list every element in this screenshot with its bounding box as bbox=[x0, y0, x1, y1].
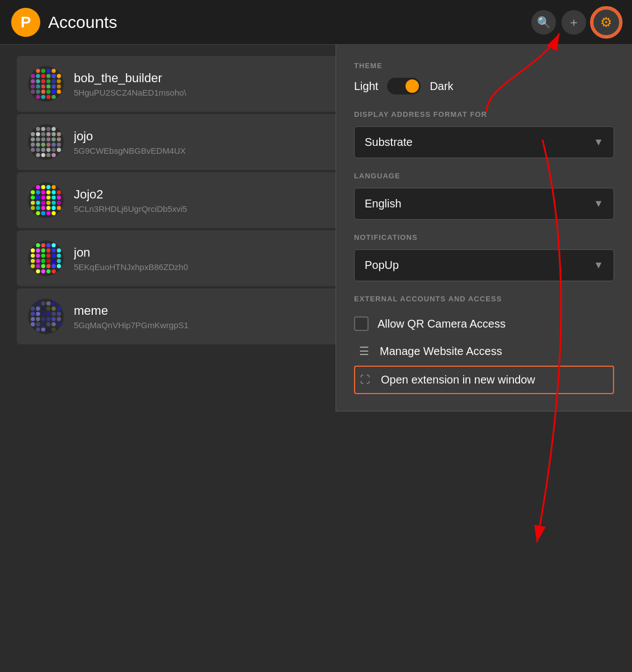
svg-point-162 bbox=[41, 328, 45, 332]
settings-button[interactable]: ⚙ bbox=[592, 8, 621, 37]
svg-point-144 bbox=[36, 312, 40, 316]
svg-point-86 bbox=[46, 201, 50, 205]
svg-point-89 bbox=[31, 206, 35, 210]
add-account-button[interactable]: ＋ bbox=[562, 10, 586, 35]
account-address-bob: 5HguPU2SCZ4NaED1msoho\ bbox=[74, 88, 186, 97]
svg-point-77 bbox=[31, 196, 35, 200]
account-address-meme: 5GqMaQnVHip7PGmKwrgpS1 bbox=[74, 320, 188, 330]
svg-point-22 bbox=[57, 84, 61, 88]
svg-point-20 bbox=[46, 84, 50, 88]
svg-point-9 bbox=[51, 74, 55, 78]
svg-point-13 bbox=[41, 79, 45, 83]
svg-point-53 bbox=[46, 143, 50, 146]
svg-point-156 bbox=[36, 322, 40, 326]
account-name-meme: meme bbox=[74, 304, 188, 318]
svg-point-106 bbox=[41, 248, 45, 252]
allow-qr-checkbox[interactable] bbox=[354, 316, 369, 331]
svg-point-27 bbox=[51, 89, 55, 93]
svg-point-18 bbox=[36, 84, 40, 88]
svg-point-37 bbox=[51, 127, 55, 131]
svg-point-16 bbox=[57, 79, 61, 83]
svg-point-57 bbox=[36, 148, 40, 152]
svg-point-128 bbox=[36, 269, 40, 273]
external-section-label: EXTERNAL ACCOUNTS AND ACCESS bbox=[354, 295, 614, 303]
header: P Accounts 🔍 ＋ ⚙ bbox=[0, 0, 632, 45]
svg-point-92 bbox=[46, 206, 50, 210]
svg-point-155 bbox=[31, 322, 35, 326]
svg-point-32 bbox=[51, 95, 55, 99]
svg-point-96 bbox=[41, 211, 45, 215]
svg-point-95 bbox=[36, 211, 40, 215]
display-address-dropdown[interactable]: Substrate ▼ bbox=[354, 126, 614, 158]
svg-point-159 bbox=[51, 322, 55, 326]
svg-point-1 bbox=[36, 69, 40, 73]
svg-point-152 bbox=[46, 317, 50, 321]
account-address-jojo: 5G9CWEbsgNBGBvEDM4UX bbox=[74, 146, 186, 155]
svg-point-141 bbox=[51, 306, 55, 310]
svg-point-149 bbox=[31, 317, 35, 321]
header-left: P Accounts bbox=[11, 8, 117, 37]
svg-point-59 bbox=[46, 148, 50, 152]
svg-point-62 bbox=[36, 153, 40, 157]
svg-point-23 bbox=[31, 89, 35, 93]
svg-point-65 bbox=[51, 153, 55, 157]
language-dropdown[interactable]: English ▼ bbox=[354, 188, 614, 220]
svg-point-19 bbox=[41, 84, 45, 88]
svg-point-112 bbox=[41, 254, 45, 258]
account-avatar-jon bbox=[28, 240, 64, 276]
svg-point-104 bbox=[31, 248, 35, 252]
svg-point-125 bbox=[46, 264, 50, 268]
svg-point-44 bbox=[31, 138, 35, 141]
svg-point-45 bbox=[36, 138, 40, 141]
svg-point-80 bbox=[46, 196, 50, 200]
manage-website-item[interactable]: ☰ Manage Website Access bbox=[354, 337, 614, 366]
svg-point-17 bbox=[31, 84, 35, 88]
svg-point-24 bbox=[36, 89, 40, 93]
svg-point-101 bbox=[41, 243, 45, 247]
allow-qr-label: Allow QR Camera Access bbox=[378, 318, 506, 330]
svg-point-29 bbox=[36, 95, 40, 99]
display-address-section-label: DISPLAY ADDRESS FORMAT FOR bbox=[354, 110, 614, 119]
search-icon: 🔍 bbox=[537, 16, 551, 29]
svg-point-4 bbox=[51, 69, 55, 73]
svg-point-39 bbox=[36, 132, 40, 136]
svg-point-12 bbox=[36, 79, 40, 83]
svg-point-49 bbox=[57, 138, 61, 141]
svg-point-43 bbox=[57, 132, 61, 136]
svg-point-93 bbox=[51, 206, 55, 210]
account-info-jojo2: Jojo2 5CLn3RHDLj6UgrQrciDb5xvi5 bbox=[74, 187, 187, 214]
svg-point-38 bbox=[31, 132, 35, 136]
account-avatar-bob bbox=[28, 66, 64, 102]
chevron-down-icon-3: ▼ bbox=[593, 259, 603, 271]
search-button[interactable]: 🔍 bbox=[531, 10, 556, 35]
svg-point-138 bbox=[36, 306, 40, 310]
svg-point-33 bbox=[28, 124, 64, 160]
svg-point-137 bbox=[31, 306, 35, 310]
svg-point-68 bbox=[41, 185, 45, 189]
svg-point-131 bbox=[51, 269, 55, 273]
svg-point-127 bbox=[57, 264, 61, 268]
expand-icon: ⛶ bbox=[359, 374, 372, 386]
svg-point-25 bbox=[41, 89, 45, 93]
account-info-meme: meme 5GqMaQnVHip7PGmKwrgpS1 bbox=[74, 304, 188, 330]
account-info-bob: bob_the_builder 5HguPU2SCZ4NaED1msoho\ bbox=[74, 71, 186, 97]
open-extension-label: Open extension in new window bbox=[381, 373, 535, 386]
header-actions: 🔍 ＋ ⚙ bbox=[531, 8, 621, 37]
svg-point-129 bbox=[41, 269, 45, 273]
svg-point-123 bbox=[36, 264, 40, 268]
svg-point-122 bbox=[31, 264, 35, 268]
svg-point-147 bbox=[51, 312, 55, 316]
theme-toggle[interactable] bbox=[387, 78, 421, 94]
svg-point-51 bbox=[36, 143, 40, 146]
svg-point-107 bbox=[46, 248, 50, 252]
svg-point-67 bbox=[36, 185, 40, 189]
notifications-dropdown[interactable]: PopUp ▼ bbox=[354, 249, 614, 281]
open-extension-item[interactable]: ⛶ Open extension in new window bbox=[354, 366, 614, 394]
svg-point-126 bbox=[51, 264, 55, 268]
svg-point-64 bbox=[46, 153, 50, 157]
svg-point-58 bbox=[41, 148, 45, 152]
account-avatar-jojo bbox=[28, 124, 64, 160]
svg-point-88 bbox=[57, 201, 61, 205]
svg-point-78 bbox=[36, 196, 40, 200]
svg-point-55 bbox=[57, 143, 61, 146]
